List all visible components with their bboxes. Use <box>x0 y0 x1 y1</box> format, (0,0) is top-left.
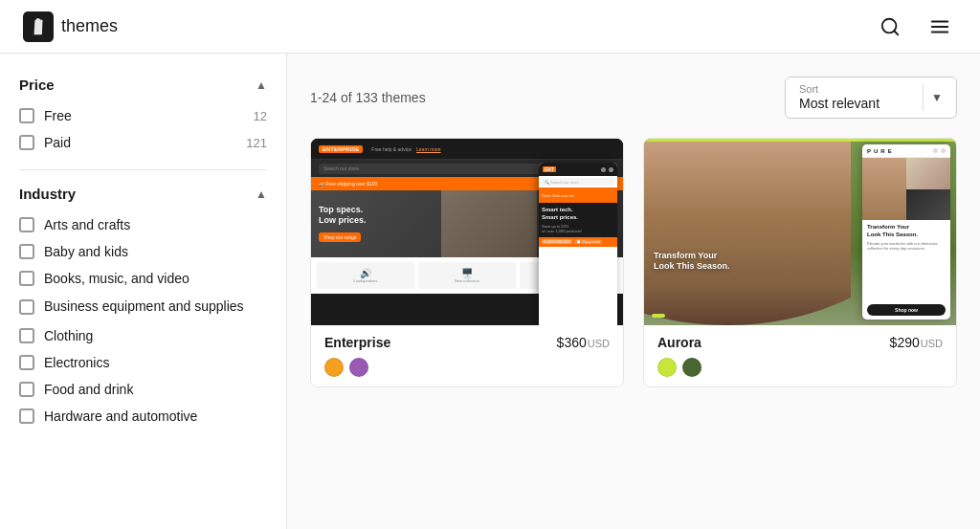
filter-item-business[interactable]: Business equipment and supplies <box>19 298 267 317</box>
hardware-label: Hardware and automotive <box>44 408 197 424</box>
content-header: 1-24 of 133 themes Sort Most relevant ▼ <box>310 77 957 119</box>
sort-dropdown[interactable]: Sort Most relevant ▼ <box>785 77 957 119</box>
books-checkbox[interactable] <box>19 271 34 286</box>
industry-filter-header[interactable]: Industry ▲ <box>19 186 267 202</box>
aurora-swatch-1[interactable] <box>657 358 677 377</box>
enterprise-card-footer: Enterprise $360USD <box>311 325 623 386</box>
aurora-color-swatches <box>657 358 943 377</box>
sidebar: Price ▲ Free 12 Paid 121 <box>0 54 287 529</box>
theme-card-enterprise[interactable]: ENTERPRISE Free help & advice Learn more… <box>310 138 624 387</box>
price-chevron-icon: ▲ <box>256 78 267 92</box>
sort-text: Sort Most relevant <box>799 83 915 112</box>
business-checkbox[interactable] <box>19 299 34 315</box>
baby-label: Baby and kids <box>44 244 128 259</box>
free-count: 12 <box>254 109 267 123</box>
food-checkbox[interactable] <box>19 382 34 397</box>
clothing-checkbox[interactable] <box>19 328 34 343</box>
enterprise-swatch-1[interactable] <box>324 358 344 377</box>
price-filter-section: Price ▲ Free 12 Paid 121 <box>19 77 267 150</box>
enterprise-swatch-2[interactable] <box>349 358 368 377</box>
shopify-logo-icon <box>23 11 54 42</box>
content-area: 1-24 of 133 themes Sort Most relevant ▼ <box>287 54 980 529</box>
industry-filter-title: Industry <box>19 186 76 202</box>
filter-item-hardware[interactable]: Hardware and automotive <box>19 408 267 424</box>
search-icon <box>880 16 901 37</box>
filter-item-clothing[interactable]: Clothing <box>19 328 267 343</box>
header-right <box>873 10 957 44</box>
aurora-swatch-2[interactable] <box>682 358 702 377</box>
free-label: Free <box>44 108 72 123</box>
header: themes <box>0 0 980 54</box>
theme-card-aurora[interactable]: Transform YourLook This Season. PURE <box>643 138 957 387</box>
aurora-card-info: Aurora $290USD <box>657 335 943 350</box>
search-button[interactable] <box>873 10 907 44</box>
price-filter-header[interactable]: Price ▲ <box>19 77 267 93</box>
food-label: Food and drink <box>44 382 133 397</box>
enterprise-price-value: $360 <box>557 335 587 350</box>
svg-line-2 <box>894 31 898 34</box>
enterprise-name: Enterprise <box>324 335 390 350</box>
enterprise-color-swatches <box>324 358 610 377</box>
books-label: Books, music, and video <box>44 271 189 286</box>
sort-chevron-icon: ▼ <box>931 91 943 104</box>
results-count: 1-24 of 133 themes <box>310 90 426 105</box>
aurora-card-footer: Aurora $290USD <box>644 325 956 386</box>
enterprise-card-info: Enterprise $360USD <box>324 335 610 350</box>
sort-small-label: Sort <box>799 83 915 95</box>
sort-divider <box>923 84 924 111</box>
paid-checkbox[interactable] <box>19 135 34 150</box>
clothing-label: Clothing <box>44 328 93 343</box>
electronics-label: Electronics <box>44 355 109 370</box>
baby-checkbox[interactable] <box>19 244 34 259</box>
filter-divider <box>19 169 267 170</box>
aurora-price: $290USD <box>890 335 943 350</box>
aurora-name: Aurora <box>657 335 702 350</box>
paid-label: Paid <box>44 135 71 150</box>
main-layout: Price ▲ Free 12 Paid 121 <box>0 54 980 529</box>
electronics-checkbox[interactable] <box>19 355 34 370</box>
free-checkbox[interactable] <box>19 108 34 123</box>
industry-filter-section: Industry ▲ Arts and crafts Baby and kids <box>19 186 267 424</box>
enterprise-preview: ENTERPRISE Free help & advice Learn more… <box>311 139 623 325</box>
aurora-preview: Transform YourLook This Season. PURE <box>644 139 956 325</box>
hardware-checkbox[interactable] <box>19 408 34 424</box>
themes-grid: ENTERPRISE Free help & advice Learn more… <box>310 138 957 387</box>
enterprise-price: $360USD <box>557 335 610 350</box>
paid-count: 121 <box>246 136 267 150</box>
filter-item-baby[interactable]: Baby and kids <box>19 244 267 259</box>
arts-label: Arts and crafts <box>44 217 130 232</box>
industry-chevron-icon: ▲ <box>256 187 267 201</box>
filter-item-paid[interactable]: Paid 121 <box>19 135 267 150</box>
sort-value: Most relevant <box>799 96 880 111</box>
enterprise-currency: USD <box>588 338 610 349</box>
filter-item-electronics[interactable]: Electronics <box>19 355 267 370</box>
filter-item-food[interactable]: Food and drink <box>19 382 267 397</box>
filter-item-free[interactable]: Free 12 <box>19 108 267 123</box>
filter-item-arts[interactable]: Arts and crafts <box>19 217 267 232</box>
filter-item-books[interactable]: Books, music, and video <box>19 271 267 286</box>
aurora-price-value: $290 <box>890 335 920 350</box>
filter-item-paid-left: Paid <box>19 135 71 150</box>
arts-checkbox[interactable] <box>19 217 34 232</box>
aurora-currency: USD <box>921 338 943 349</box>
app-title: themes <box>61 16 118 36</box>
menu-button[interactable] <box>923 10 957 44</box>
filter-item-free-left: Free <box>19 108 72 123</box>
business-label: Business equipment and supplies <box>44 298 244 317</box>
header-left: themes <box>23 11 118 42</box>
hamburger-icon <box>929 16 950 37</box>
price-filter-title: Price <box>19 77 55 93</box>
